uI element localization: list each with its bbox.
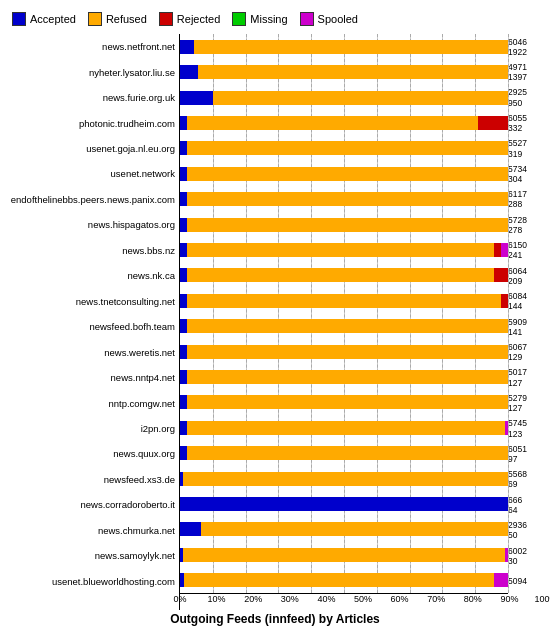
value-cell-11: 5909141 xyxy=(508,318,546,336)
value-secondary: 1397 xyxy=(508,72,546,82)
y-label-15: i2pn.org xyxy=(4,420,179,438)
value-primary: 5568 xyxy=(508,469,546,479)
bars-section: news.netfront.netnyheter.lysator.liu.sen… xyxy=(4,34,546,594)
bar-row xyxy=(180,266,508,284)
bar-accepted-segment xyxy=(180,294,187,308)
bar-accepted-segment xyxy=(180,243,187,257)
x-tick-1: 10% xyxy=(208,594,226,604)
bar-row xyxy=(180,495,508,513)
y-label-18: news.corradoroberto.it xyxy=(4,496,179,514)
legend-missing: Missing xyxy=(232,12,287,26)
x-tick-10: 100% xyxy=(534,594,550,604)
bar-row xyxy=(180,444,508,462)
value-primary: 5527 xyxy=(508,138,546,148)
y-label-19: news.chmurka.net xyxy=(4,521,179,539)
bar-row xyxy=(180,190,508,208)
bars-area xyxy=(179,34,508,594)
value-cell-0: 60461922 xyxy=(508,38,546,56)
bar-row xyxy=(180,165,508,183)
bar-spooled-segment xyxy=(505,548,508,562)
value-primary: 6002 xyxy=(508,546,546,556)
value-cell-1: 49711397 xyxy=(508,63,546,81)
bar-accepted-segment xyxy=(180,421,187,435)
x-tick-9: 90% xyxy=(500,594,518,604)
value-primary: 5728 xyxy=(508,215,546,225)
legend-refused-label: Refused xyxy=(106,13,147,25)
bar-spooled-segment xyxy=(494,573,508,587)
value-secondary: 69 xyxy=(508,479,546,489)
bar-refused-segment xyxy=(187,345,508,359)
bar-refused-segment xyxy=(213,91,508,105)
x-tick-0: 0% xyxy=(173,594,186,604)
bar-row xyxy=(180,343,508,361)
value-cell-6: 6117288 xyxy=(508,190,546,208)
bar-refused-segment xyxy=(187,446,508,460)
value-secondary: 278 xyxy=(508,225,546,235)
y-label-4: usenet.goja.nl.eu.org xyxy=(4,140,179,158)
bar-refused-segment xyxy=(187,192,508,206)
bar-accepted-segment xyxy=(180,395,187,409)
bar-refused-segment xyxy=(187,268,495,282)
y-label-20: news.samoylyk.net xyxy=(4,547,179,565)
value-secondary: 144 xyxy=(508,301,546,311)
bar-rows xyxy=(180,34,508,593)
bar-refused-segment xyxy=(198,65,508,79)
bar-accepted-segment xyxy=(180,522,201,536)
value-primary: 5734 xyxy=(508,164,546,174)
bar-accepted-segment xyxy=(180,268,187,282)
y-label-6: endofthelinebbs.peers.news.panix.com xyxy=(4,190,179,208)
value-primary: 6150 xyxy=(508,240,546,250)
value-secondary: 209 xyxy=(508,276,546,286)
chart-title: Outgoing Feeds (innfeed) by Articles xyxy=(4,612,546,626)
value-primary: 5745 xyxy=(508,418,546,428)
value-primary: 6046 xyxy=(508,37,546,47)
bar-rejected-segment xyxy=(478,116,508,130)
value-cell-21: 5094 xyxy=(508,572,546,590)
value-secondary: 319 xyxy=(508,149,546,159)
value-primary: 6055 xyxy=(508,113,546,123)
bar-row xyxy=(180,317,508,335)
value-primary: 2936 xyxy=(508,520,546,530)
bar-refused-segment xyxy=(187,116,479,130)
bar-refused-segment xyxy=(187,370,508,384)
bar-accepted-segment xyxy=(180,319,187,333)
bar-rejected-segment xyxy=(494,268,508,282)
bar-accepted-segment xyxy=(180,218,187,232)
y-label-16: news.quux.org xyxy=(4,445,179,463)
bar-row xyxy=(180,38,508,56)
refused-color-box xyxy=(88,12,102,26)
bar-refused-segment xyxy=(187,167,508,181)
value-cell-3: 6055332 xyxy=(508,114,546,132)
value-secondary: 304 xyxy=(508,174,546,184)
legend-missing-label: Missing xyxy=(250,13,287,25)
bar-accepted-segment xyxy=(180,40,194,54)
x-tick-7: 70% xyxy=(427,594,445,604)
bar-row xyxy=(180,63,508,81)
x-tick-6: 60% xyxy=(391,594,409,604)
bar-refused-segment xyxy=(187,243,495,257)
y-label-2: news.furie.org.uk xyxy=(4,89,179,107)
value-secondary: 141 xyxy=(508,327,546,337)
bar-accepted-segment xyxy=(180,141,187,155)
value-secondary: 127 xyxy=(508,403,546,413)
bar-accepted-segment xyxy=(180,65,198,79)
value-secondary: 127 xyxy=(508,378,546,388)
y-label-1: nyheter.lysator.liu.se xyxy=(4,63,179,81)
value-primary: 6117 xyxy=(508,189,546,199)
y-label-9: news.nk.ca xyxy=(4,267,179,285)
value-cell-12: 6067129 xyxy=(508,343,546,361)
bar-row xyxy=(180,216,508,234)
legend-accepted: Accepted xyxy=(12,12,76,26)
value-cell-2: 2925950 xyxy=(508,89,546,107)
y-axis-labels: news.netfront.netnyheter.lysator.liu.sen… xyxy=(4,34,179,594)
bar-refused-segment xyxy=(183,472,508,486)
grid-100 xyxy=(508,34,509,593)
bar-row xyxy=(180,393,508,411)
legend-rejected-label: Rejected xyxy=(177,13,220,25)
accepted-color-box xyxy=(12,12,26,26)
value-cell-8: 6150241 xyxy=(508,241,546,259)
value-cell-18: 66664 xyxy=(508,496,546,514)
bar-spooled-segment xyxy=(505,421,508,435)
value-primary: 6084 xyxy=(508,291,546,301)
bar-row xyxy=(180,546,508,564)
